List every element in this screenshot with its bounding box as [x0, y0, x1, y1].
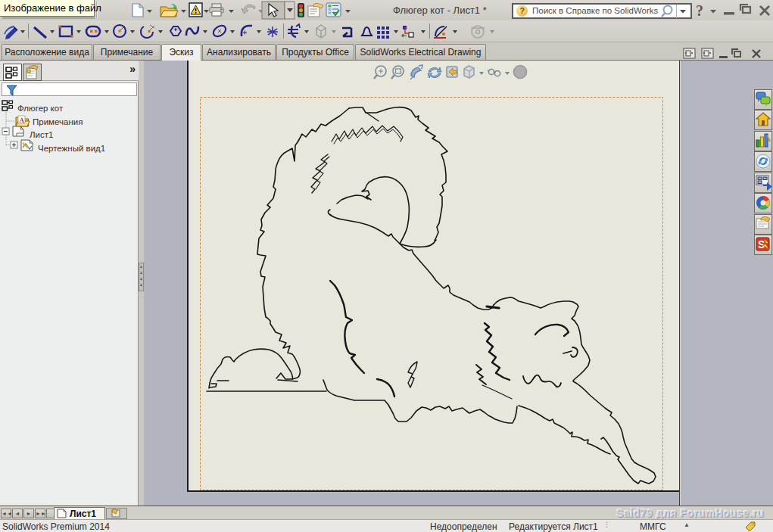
svg-text:?: ?	[696, 2, 703, 19]
svg-text:S: S	[758, 238, 765, 250]
svg-text:A: A	[20, 117, 25, 124]
